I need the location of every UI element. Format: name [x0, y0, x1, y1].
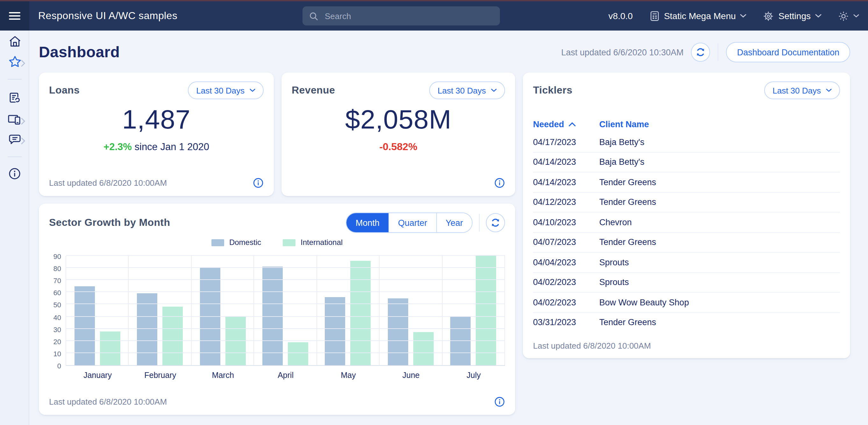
revenue-range-label: Last 30 Days — [437, 86, 486, 95]
sidebar-item-reports[interactable] — [0, 92, 29, 107]
chevron-down-icon — [250, 89, 255, 92]
tickler-needed-date: 04/12/2023 — [533, 198, 599, 207]
chevron-down-icon — [854, 14, 859, 18]
table-row: 04/14/2023Baja Betty's — [533, 152, 840, 172]
sun-icon — [838, 10, 849, 21]
home-icon — [8, 35, 21, 50]
app-title: Responsive UI A/WC samples — [38, 10, 177, 22]
ticklers-last-updated: Last updated 6/8/2020 10:00AM — [533, 341, 651, 351]
chart-refresh-button[interactable] — [486, 213, 505, 232]
search-box[interactable] — [303, 6, 500, 26]
ticklers-table-header: Needed Client Name — [533, 116, 840, 132]
revenue-range-dropdown[interactable]: Last 30 Days — [429, 81, 505, 99]
loans-delta-suffix: since Jan 1 2020 — [132, 141, 209, 152]
chat-icon — [8, 134, 21, 148]
tickler-needed-date: 04/04/2023 — [533, 258, 599, 267]
mega-menu-grid-icon — [649, 10, 659, 21]
revenue-delta-line: -0.582% — [281, 141, 515, 153]
y-axis-label: 30 — [46, 325, 61, 333]
sidebar-item-messages[interactable] — [0, 134, 29, 148]
gridline — [66, 328, 505, 329]
revenue-card-title: Revenue — [292, 85, 335, 96]
y-axis-label: 20 — [46, 338, 61, 346]
toggle-month-button[interactable]: Month — [347, 213, 389, 232]
chevron-right-icon — [21, 118, 26, 124]
toolbar-divider — [479, 214, 479, 232]
bar-domestic — [388, 298, 408, 365]
tickler-client-name: Sprouts — [599, 258, 629, 267]
gridline — [66, 353, 505, 353]
bar-international — [100, 331, 120, 365]
legend-swatch — [283, 239, 296, 246]
table-row: 03/31/2023Tender Greens — [533, 313, 840, 332]
loans-range-dropdown[interactable]: Last 30 Days — [188, 81, 264, 99]
loans-card-title: Loans — [49, 85, 80, 96]
toggle-quarter-button[interactable]: Quarter — [389, 213, 436, 232]
x-axis-label: January — [66, 371, 129, 380]
tickler-needed-date: 04/07/2023 — [533, 238, 599, 247]
settings-label: Settings — [778, 11, 811, 21]
chart-x-labels: JanuaryFebruaryMarchAprilMayJuneJuly — [66, 371, 505, 380]
info-icon[interactable] — [494, 177, 505, 188]
y-axis-label: 60 — [46, 289, 61, 297]
legend-item[interactable]: International — [283, 238, 343, 247]
tickler-client-name: Sprouts — [599, 278, 629, 287]
chevron-right-icon — [21, 60, 26, 66]
y-axis-label: 50 — [46, 301, 61, 309]
sector-last-updated: Last updated 6/8/2020 10:00AM — [49, 397, 167, 406]
tickler-client-name: Baja Betty's — [599, 137, 645, 147]
chevron-down-icon — [740, 14, 747, 18]
ticklers-card: Ticklers Last 30 Days Needed Clie — [523, 72, 850, 358]
report-refresh-icon — [8, 92, 21, 107]
gear-icon — [763, 10, 774, 21]
application-root: Responsive UI A/WC samples v8.0.0 Static… — [0, 0, 868, 425]
ticklers-range-dropdown[interactable]: Last 30 Days — [764, 81, 840, 99]
sidebar-item-devices[interactable] — [0, 113, 29, 129]
search-icon — [309, 11, 318, 21]
tickler-needed-date: 04/02/2023 — [533, 278, 599, 287]
table-row: 04/12/2023Tender Greens — [533, 192, 840, 212]
chevron-down-icon — [826, 89, 832, 92]
gridline — [66, 304, 505, 304]
sidebar-item-favorites[interactable] — [0, 55, 29, 71]
column-header-client-name[interactable]: Client Name — [599, 119, 649, 129]
legend-item[interactable]: Domestic — [211, 238, 261, 247]
bar-international — [476, 256, 496, 365]
hamburger-menu-button[interactable] — [0, 1, 29, 31]
sidebar-item-about[interactable] — [0, 167, 29, 183]
info-icon[interactable] — [494, 396, 505, 407]
bar-group — [317, 256, 379, 365]
info-icon[interactable] — [253, 177, 264, 188]
y-axis-label: 70 — [46, 277, 61, 284]
theme-dropdown[interactable] — [838, 10, 859, 21]
gridline — [66, 255, 505, 256]
page-refresh-button[interactable] — [691, 43, 710, 62]
toggle-year-button[interactable]: Year — [436, 213, 472, 232]
loans-delta: +2.3% — [103, 141, 132, 152]
y-axis-label: 10 — [46, 350, 61, 358]
table-row: 04/07/2023Tender Greens — [533, 233, 840, 253]
chart-bar-groups — [66, 256, 505, 365]
y-axis-label: 90 — [46, 253, 61, 260]
mega-menu-dropdown[interactable]: Static Mega Menu — [649, 10, 747, 21]
search-input[interactable] — [323, 10, 494, 21]
version-label: v8.0.0 — [609, 11, 633, 21]
sort-asc-icon — [569, 122, 576, 126]
loans-last-updated: Last updated 6/8/2020 10:00AM — [49, 178, 167, 188]
mega-menu-label: Static Mega Menu — [664, 11, 736, 21]
dashboard-documentation-button[interactable]: Dashboard Documentation — [726, 42, 850, 62]
settings-dropdown[interactable]: Settings — [763, 10, 822, 21]
revenue-card: Revenue Last 30 Days $2,058M -0.582% — [281, 72, 515, 196]
tickler-needed-date: 04/14/2023 — [533, 177, 599, 187]
table-row: 04/17/2023Baja Betty's — [533, 132, 840, 152]
table-row: 04/14/2023Tender Greens — [533, 172, 840, 192]
table-row: 04/02/2023Bow Wow Beauty Shop — [533, 293, 840, 313]
loans-delta-line: +2.3% since Jan 1 2020 — [39, 141, 274, 153]
gridline — [66, 316, 505, 317]
legend-swatch — [211, 239, 224, 246]
column-header-needed[interactable]: Needed — [533, 119, 599, 129]
ticklers-table: Needed Client Name 04/17/2023Baja Betty'… — [533, 116, 840, 332]
tickler-client-name: Tender Greens — [599, 198, 656, 207]
sidebar-item-home[interactable] — [0, 35, 29, 50]
loans-card: Loans Last 30 Days 1,487 +2.3% since Jan… — [39, 72, 274, 196]
